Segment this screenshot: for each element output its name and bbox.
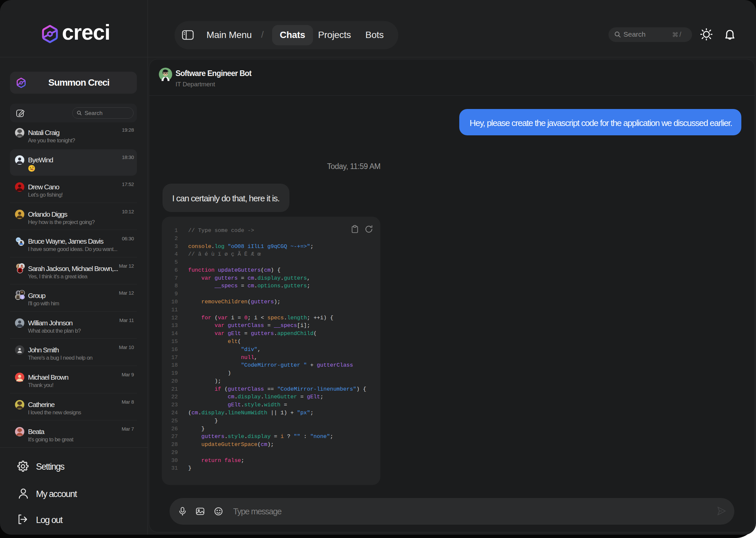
svg-text:3: 3	[22, 296, 23, 299]
